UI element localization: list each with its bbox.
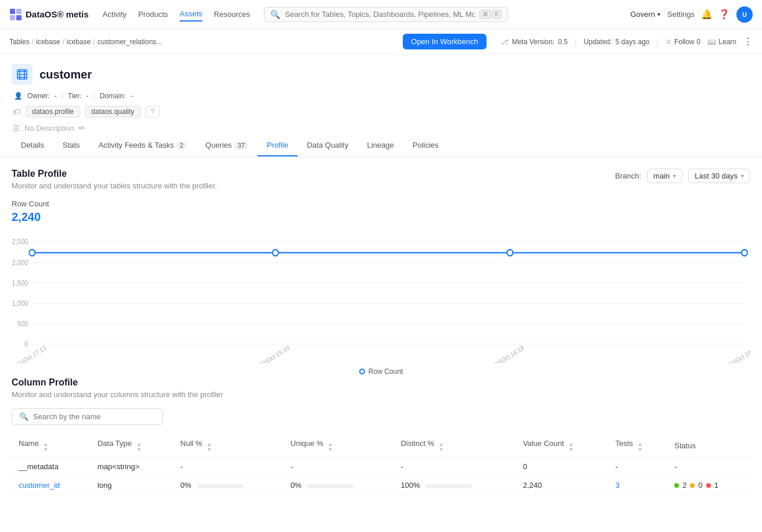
edit-icon[interactable]: ✏ bbox=[78, 123, 85, 133]
tabs: Details Stats Activity Feeds & Tasks2 Qu… bbox=[0, 135, 762, 157]
metadata-name: __metadata bbox=[19, 462, 59, 471]
row-count-label: Row Count bbox=[12, 199, 750, 208]
column-search-bar[interactable]: 🔍 bbox=[12, 408, 163, 425]
branch-label: Branch: bbox=[615, 172, 641, 180]
nav-activity[interactable]: Activity bbox=[103, 8, 127, 21]
profile-header-row: Table Profile Monitor and understand you… bbox=[12, 169, 750, 199]
branch-select[interactable]: main ▾ bbox=[647, 169, 682, 183]
sep1: | bbox=[62, 92, 63, 100]
cell-name: __metadata bbox=[12, 458, 91, 476]
svg-text:22/Oct 18:11: 22/Oct 18:11 bbox=[727, 344, 750, 363]
svg-point-20 bbox=[507, 249, 513, 256]
meta-version-value: 0.5 bbox=[558, 38, 568, 46]
asset-title-row: customer bbox=[12, 64, 750, 85]
learn-button[interactable]: 📖 Learn bbox=[707, 38, 736, 46]
svg-text:1,500: 1,500 bbox=[12, 279, 28, 287]
dot-orange bbox=[690, 483, 695, 488]
breadcrumb-icebase1[interactable]: icebase bbox=[36, 38, 60, 46]
column-search-icon: 🔍 bbox=[19, 412, 28, 421]
cell-distinct: 100% bbox=[393, 476, 516, 495]
tab-lineage[interactable]: Lineage bbox=[358, 135, 403, 156]
svg-point-21 bbox=[742, 249, 747, 256]
chevron-down-icon: ▾ bbox=[673, 173, 676, 179]
search-bar[interactable]: 🔍 ⌘K bbox=[264, 7, 508, 22]
breadcrumb-tables[interactable]: Tables bbox=[9, 38, 30, 46]
cell-data-type: long bbox=[91, 476, 174, 495]
column-profile-desc: Monitor and understand your columns stru… bbox=[12, 390, 750, 399]
open-workbench-button[interactable]: Open In Workbench bbox=[403, 34, 486, 49]
col-header-status[interactable]: Status bbox=[667, 434, 750, 458]
nav-links: Activity Products Assets Resources bbox=[103, 7, 251, 22]
svg-point-18 bbox=[29, 249, 35, 256]
col-header-name[interactable]: Name ▲▼ bbox=[12, 434, 91, 458]
row-count-section: Row Count 2,240 bbox=[12, 199, 750, 224]
cell-distinct: - bbox=[393, 458, 516, 476]
tab-stats[interactable]: Stats bbox=[53, 135, 90, 156]
col-header-tests[interactable]: Tests ▲▼ bbox=[609, 434, 667, 458]
null-progress-bg bbox=[197, 484, 244, 488]
meta-version-label: Meta Version: bbox=[512, 38, 554, 46]
asset-tags: 🏷 dataos.profile dataos.quality ? bbox=[12, 106, 750, 117]
svg-text:2,500: 2,500 bbox=[12, 238, 28, 246]
tag-dataos-quality[interactable]: dataos.quality bbox=[85, 106, 141, 117]
dot-green bbox=[674, 483, 679, 488]
more-button[interactable]: ⋮ bbox=[743, 36, 753, 47]
learn-label: Learn bbox=[718, 38, 736, 46]
tab-queries[interactable]: Queries37 bbox=[196, 135, 257, 156]
tab-activity[interactable]: Activity Feeds & Tasks2 bbox=[89, 135, 196, 156]
tab-details[interactable]: Details bbox=[12, 135, 53, 156]
svg-rect-1 bbox=[16, 9, 22, 14]
column-profile-table: Name ▲▼ Data Type ▲▼ Null % ▲▼ Unique % … bbox=[12, 434, 750, 495]
tag-dataos-profile[interactable]: dataos.profile bbox=[26, 106, 80, 117]
col-header-data-type[interactable]: Data Type ▲▼ bbox=[91, 434, 174, 458]
tag-icon: 🏷 bbox=[13, 107, 21, 116]
svg-text:1,000: 1,000 bbox=[12, 299, 28, 308]
col-header-distinct[interactable]: Distinct % ▲▼ bbox=[393, 434, 516, 458]
domain-label: Domain: bbox=[100, 92, 126, 100]
unique-progress-bg bbox=[307, 484, 353, 488]
govern-button[interactable]: Govern ▾ bbox=[630, 10, 660, 19]
help-icon[interactable]: ❓ bbox=[719, 9, 729, 20]
follow-count: 0 bbox=[697, 38, 701, 46]
tab-data-quality[interactable]: Data Quality bbox=[298, 135, 358, 156]
meta-icon: ⎇ bbox=[500, 38, 509, 46]
cell-status: 2 0 1 bbox=[667, 476, 750, 495]
updated-value: 5 days ago bbox=[616, 38, 650, 46]
nav-assets[interactable]: Assets bbox=[180, 7, 202, 22]
customer-id-link[interactable]: customer_id bbox=[19, 481, 60, 490]
bell-icon[interactable]: 🔔 bbox=[702, 9, 712, 20]
avatar[interactable]: U bbox=[736, 6, 753, 23]
column-search-input[interactable] bbox=[33, 412, 155, 421]
follow-button[interactable]: ☆ Follow 0 bbox=[666, 38, 700, 46]
breadcrumb-icebase2[interactable]: icebase bbox=[67, 38, 91, 46]
chevron-down-icon2: ▾ bbox=[741, 173, 744, 179]
col-header-null[interactable]: Null % ▲▼ bbox=[173, 434, 284, 458]
tests-link[interactable]: 3 bbox=[616, 481, 620, 490]
updated-label: Updated: bbox=[584, 38, 612, 46]
nav-resources[interactable]: Resources bbox=[214, 8, 250, 21]
dot-orange-count: 0 bbox=[698, 481, 702, 490]
settings-link[interactable]: Settings bbox=[667, 8, 695, 21]
tab-profile[interactable]: Profile bbox=[257, 135, 298, 156]
svg-text:0: 0 bbox=[24, 340, 28, 348]
svg-text:21/Oct 17:13: 21/Oct 17:13 bbox=[15, 344, 48, 363]
tab-policies[interactable]: Policies bbox=[403, 135, 448, 156]
cell-status: - bbox=[667, 458, 750, 476]
search-input[interactable] bbox=[285, 10, 474, 19]
cell-tests: - bbox=[609, 458, 667, 476]
table-row: __metadata map<string> - - - 0 - - bbox=[12, 458, 750, 476]
asset-icon bbox=[12, 64, 33, 85]
asset-meta: 👤 Owner: - | Tier: - | Domain: - bbox=[12, 92, 750, 100]
cell-data-type: map<string> bbox=[91, 458, 174, 476]
domain-value: - bbox=[130, 92, 133, 100]
profile-controls: Branch: main ▾ Last 30 days ▾ bbox=[615, 169, 750, 183]
date-range-select[interactable]: Last 30 days ▾ bbox=[688, 169, 750, 183]
col-header-value-count[interactable]: Value Count ▲▼ bbox=[516, 434, 609, 458]
tag-help[interactable]: ? bbox=[145, 106, 160, 117]
nav-products[interactable]: Products bbox=[138, 8, 168, 21]
col-header-unique[interactable]: Unique % ▲▼ bbox=[284, 434, 394, 458]
row-count-chart: 2,500 2,000 1,500 1,000 500 0 21/Oct 17:… bbox=[12, 235, 750, 363]
dot-red bbox=[706, 483, 711, 488]
cell-null: 0% bbox=[173, 476, 284, 495]
search-icon: 🔍 bbox=[270, 10, 280, 19]
